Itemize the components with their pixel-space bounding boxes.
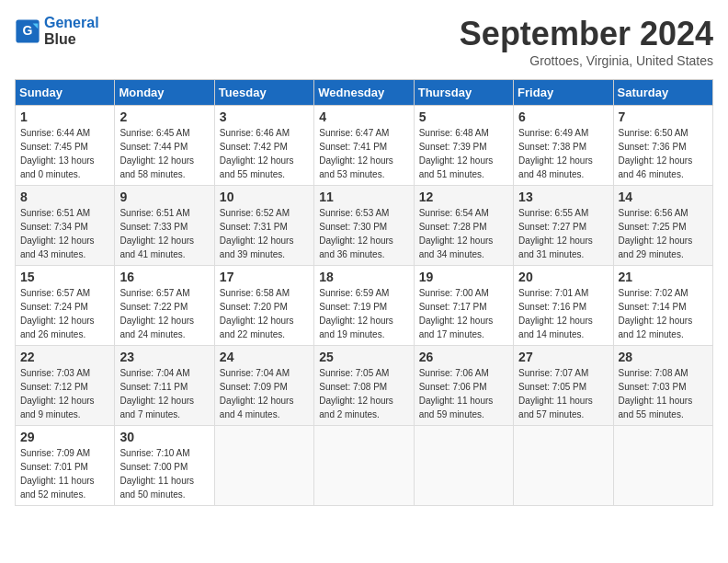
day-number: 7 [619,109,708,124]
calendar-week-row: 22Sunrise: 7:03 AM Sunset: 7:12 PM Dayli… [16,346,713,426]
day-number: 22 [20,350,109,364]
calendar-cell: 19Sunrise: 7:00 AM Sunset: 7:17 PM Dayli… [414,266,513,346]
calendar-cell: 22Sunrise: 7:03 AM Sunset: 7:12 PM Dayli… [16,346,115,426]
calendar-cell: 10Sunrise: 6:52 AM Sunset: 7:31 PM Dayli… [214,186,313,266]
day-number: 30 [119,430,209,444]
day-info: Sunrise: 6:59 AM Sunset: 7:19 PM Dayligh… [319,286,408,341]
calendar-cell: 15Sunrise: 6:57 AM Sunset: 7:24 PM Dayli… [16,266,115,346]
calendar-cell: 29Sunrise: 7:09 AM Sunset: 7:01 PM Dayli… [16,426,115,506]
day-number: 9 [119,190,209,204]
day-number: 23 [119,350,209,364]
day-number: 29 [20,430,109,444]
calendar-cell: 23Sunrise: 7:04 AM Sunset: 7:11 PM Dayli… [115,346,214,426]
day-info: Sunrise: 6:56 AM Sunset: 7:25 PM Dayligh… [619,206,708,261]
column-header-tuesday: Tuesday [214,80,313,106]
calendar-cell: 24Sunrise: 7:04 AM Sunset: 7:09 PM Dayli… [214,346,313,426]
calendar-cell: 7Sunrise: 6:50 AM Sunset: 7:36 PM Daylig… [613,106,712,186]
day-info: Sunrise: 6:48 AM Sunset: 7:39 PM Dayligh… [419,126,508,181]
calendar-cell: 2Sunrise: 6:45 AM Sunset: 7:44 PM Daylig… [115,106,214,186]
svg-text:G: G [23,23,33,38]
day-info: Sunrise: 6:57 AM Sunset: 7:24 PM Dayligh… [20,286,109,341]
day-info: Sunrise: 6:44 AM Sunset: 7:45 PM Dayligh… [20,126,109,181]
day-info: Sunrise: 6:46 AM Sunset: 7:42 PM Dayligh… [220,126,309,181]
calendar-week-row: 1Sunrise: 6:44 AM Sunset: 7:45 PM Daylig… [16,106,713,186]
day-info: Sunrise: 7:00 AM Sunset: 7:17 PM Dayligh… [419,286,508,341]
column-header-saturday: Saturday [613,80,712,106]
day-info: Sunrise: 6:57 AM Sunset: 7:22 PM Dayligh… [119,286,209,341]
day-number: 21 [619,270,708,284]
calendar-cell [514,426,613,506]
calendar-cell: 26Sunrise: 7:06 AM Sunset: 7:06 PM Dayli… [414,346,513,426]
calendar-week-row: 29Sunrise: 7:09 AM Sunset: 7:01 PM Dayli… [16,426,713,506]
day-number: 19 [419,270,508,284]
day-number: 26 [419,350,508,364]
calendar-cell: 16Sunrise: 6:57 AM Sunset: 7:22 PM Dayli… [115,266,214,346]
day-info: Sunrise: 7:02 AM Sunset: 7:14 PM Dayligh… [619,286,708,341]
calendar-cell: 14Sunrise: 6:56 AM Sunset: 7:25 PM Dayli… [613,186,712,266]
day-info: Sunrise: 7:04 AM Sunset: 7:09 PM Dayligh… [220,366,309,421]
calendar-cell: 18Sunrise: 6:59 AM Sunset: 7:19 PM Dayli… [314,266,414,346]
calendar-cell: 5Sunrise: 6:48 AM Sunset: 7:39 PM Daylig… [414,106,513,186]
calendar-cell: 4Sunrise: 6:47 AM Sunset: 7:41 PM Daylig… [314,106,414,186]
calendar-table: SundayMondayTuesdayWednesdayThursdayFrid… [15,79,713,506]
day-info: Sunrise: 7:07 AM Sunset: 7:05 PM Dayligh… [518,366,608,421]
day-info: Sunrise: 6:49 AM Sunset: 7:38 PM Dayligh… [518,126,608,181]
day-number: 2 [119,109,209,124]
day-number: 5 [419,109,508,124]
day-number: 20 [518,270,608,284]
day-number: 14 [619,190,708,204]
logo-icon: G [15,18,40,44]
day-info: Sunrise: 6:52 AM Sunset: 7:31 PM Dayligh… [220,206,309,261]
location: Grottoes, Virginia, United States [460,53,713,68]
day-number: 1 [20,109,109,124]
day-number: 13 [518,190,608,204]
day-info: Sunrise: 7:09 AM Sunset: 7:01 PM Dayligh… [20,446,109,501]
title-area: September 2024 Grottoes, Virginia, Unite… [460,15,713,68]
day-number: 3 [220,109,309,124]
month-title: September 2024 [460,15,713,53]
day-number: 27 [518,350,608,364]
calendar-cell: 11Sunrise: 6:53 AM Sunset: 7:30 PM Dayli… [314,186,414,266]
day-number: 15 [20,270,109,284]
column-header-friday: Friday [514,80,613,106]
calendar-cell: 21Sunrise: 7:02 AM Sunset: 7:14 PM Dayli… [613,266,712,346]
day-info: Sunrise: 7:04 AM Sunset: 7:11 PM Dayligh… [119,366,209,421]
day-number: 8 [20,190,109,204]
calendar-cell [414,426,513,506]
day-number: 12 [419,190,508,204]
calendar-cell: 25Sunrise: 7:05 AM Sunset: 7:08 PM Dayli… [314,346,414,426]
calendar-cell: 1Sunrise: 6:44 AM Sunset: 7:45 PM Daylig… [16,106,115,186]
day-number: 10 [220,190,309,204]
calendar-cell [214,426,313,506]
calendar-cell: 6Sunrise: 6:49 AM Sunset: 7:38 PM Daylig… [514,106,613,186]
calendar-cell: 9Sunrise: 6:51 AM Sunset: 7:33 PM Daylig… [115,186,214,266]
calendar-cell: 17Sunrise: 6:58 AM Sunset: 7:20 PM Dayli… [214,266,313,346]
column-header-thursday: Thursday [414,80,513,106]
day-info: Sunrise: 6:54 AM Sunset: 7:28 PM Dayligh… [419,206,508,261]
calendar-cell [613,426,712,506]
column-header-wednesday: Wednesday [314,80,414,106]
calendar-header-row: SundayMondayTuesdayWednesdayThursdayFrid… [16,80,713,106]
day-info: Sunrise: 6:51 AM Sunset: 7:34 PM Dayligh… [20,206,109,261]
calendar-week-row: 15Sunrise: 6:57 AM Sunset: 7:24 PM Dayli… [16,266,713,346]
calendar-cell: 20Sunrise: 7:01 AM Sunset: 7:16 PM Dayli… [514,266,613,346]
logo-text: General Blue [44,15,99,48]
column-header-sunday: Sunday [16,80,115,106]
page-header: G General Blue September 2024 Grottoes, … [15,15,713,68]
calendar-cell: 13Sunrise: 6:55 AM Sunset: 7:27 PM Dayli… [514,186,613,266]
calendar-cell: 28Sunrise: 7:08 AM Sunset: 7:03 PM Dayli… [613,346,712,426]
calendar-cell: 3Sunrise: 6:46 AM Sunset: 7:42 PM Daylig… [214,106,313,186]
day-info: Sunrise: 7:08 AM Sunset: 7:03 PM Dayligh… [619,366,708,421]
day-info: Sunrise: 6:45 AM Sunset: 7:44 PM Dayligh… [119,126,209,181]
day-number: 16 [119,270,209,284]
column-header-monday: Monday [115,80,214,106]
calendar-cell [314,426,414,506]
logo: G General Blue [15,15,99,48]
day-number: 11 [319,190,408,204]
day-info: Sunrise: 7:03 AM Sunset: 7:12 PM Dayligh… [20,366,109,421]
day-number: 25 [319,350,408,364]
day-number: 24 [220,350,309,364]
day-info: Sunrise: 6:51 AM Sunset: 7:33 PM Dayligh… [119,206,209,261]
day-info: Sunrise: 6:50 AM Sunset: 7:36 PM Dayligh… [619,126,708,181]
day-info: Sunrise: 7:10 AM Sunset: 7:00 PM Dayligh… [119,446,209,501]
